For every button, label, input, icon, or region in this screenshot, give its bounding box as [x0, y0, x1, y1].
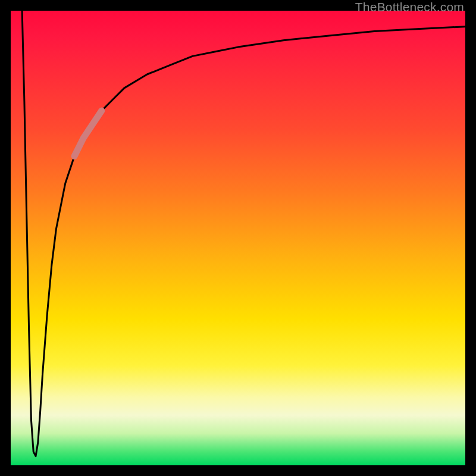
- curve-highlight-segment: [74, 111, 102, 156]
- attribution-watermark: TheBottleneck.com: [355, 0, 464, 14]
- bottleneck-curve: [11, 11, 465, 465]
- curve-line: [22, 11, 465, 456]
- chart-frame: TheBottleneck.com: [0, 0, 476, 476]
